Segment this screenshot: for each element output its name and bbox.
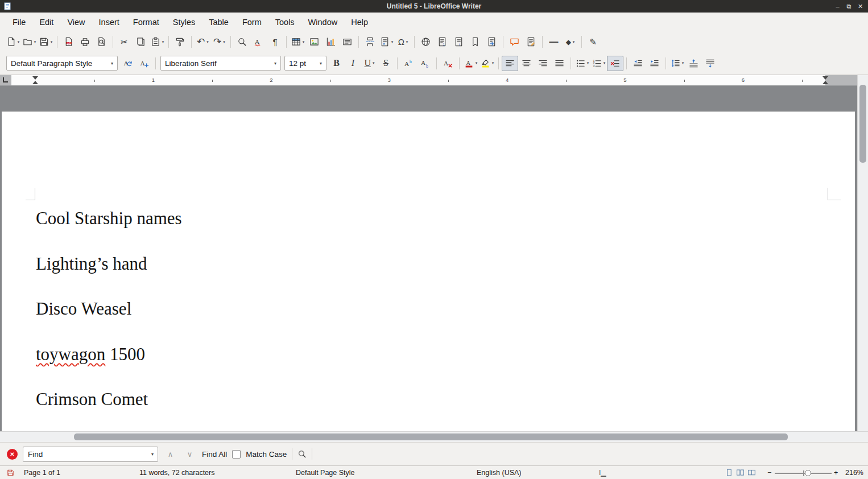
multi-page-view-icon[interactable] [736, 468, 745, 477]
ruler[interactable]: 123456 [0, 75, 857, 86]
book-view-icon[interactable] [747, 468, 756, 477]
match-case-label[interactable]: Match Case [246, 450, 287, 459]
zoom-in-button[interactable]: + [834, 469, 838, 477]
zoom-out-button[interactable]: − [767, 469, 771, 477]
find-and-replace-button[interactable] [234, 34, 250, 49]
insert-horizontal-line-button[interactable]: — [545, 34, 562, 49]
clear-formatting-button[interactable] [440, 56, 456, 71]
menu-table[interactable]: Table [202, 15, 235, 30]
paste-dropdown-arrow[interactable]: ▾ [162, 40, 164, 44]
menu-insert[interactable]: Insert [92, 15, 126, 30]
find-previous-button[interactable]: ∧ [163, 447, 177, 461]
ordered-list-dropdown-arrow[interactable]: ▾ [604, 61, 606, 65]
insert-field-dropdown-arrow[interactable]: ▾ [391, 40, 394, 44]
minimize-button[interactable]: – [833, 2, 842, 11]
ruler-text-area[interactable] [11, 75, 825, 85]
new-document-dropdown-arrow[interactable]: ▾ [18, 40, 20, 44]
undo-button[interactable]: ↶▾ [195, 34, 211, 49]
horizontal-scrollbar[interactable] [0, 431, 868, 442]
close-button[interactable]: ✕ [855, 2, 865, 11]
underline-button[interactable]: U▾ [361, 56, 378, 71]
insert-field-button[interactable]: ▾ [378, 34, 395, 49]
decrease-paragraph-spacing-button[interactable] [702, 56, 718, 71]
decrease-indent-button[interactable] [630, 56, 646, 71]
font-size-combo[interactable]: 12 pt▾ [284, 56, 326, 71]
align-right-button[interactable] [535, 56, 551, 71]
save-button[interactable]: ▾ [38, 34, 54, 49]
paragraph-style-combo[interactable]: Default Paragraph Style▾ [6, 56, 118, 71]
menu-window[interactable]: Window [301, 15, 345, 30]
basic-shapes-button[interactable]: ◆▾ [562, 34, 578, 49]
single-page-view-icon[interactable] [725, 468, 733, 477]
unordered-list-button[interactable]: ▾ [574, 56, 590, 71]
match-case-checkbox[interactable] [232, 450, 241, 459]
indent-marker-left[interactable] [32, 76, 38, 84]
tab-stop-selector-icon[interactable] [3, 77, 8, 82]
find-history-dropdown-arrow[interactable]: ▾ [149, 452, 156, 457]
insert-image-button[interactable] [306, 34, 323, 49]
menu-format[interactable]: Format [126, 15, 166, 30]
insert-chart-button[interactable] [323, 34, 339, 49]
font-color-button[interactable]: ▾ [462, 56, 479, 71]
menu-form[interactable]: Form [235, 15, 268, 30]
menu-file[interactable]: File [6, 15, 32, 30]
insert-bookmark-button[interactable] [467, 34, 483, 49]
menu-help[interactable]: Help [344, 15, 375, 30]
insert-hyperlink-button[interactable] [418, 34, 434, 49]
horizontal-scrollbar-thumb[interactable] [74, 433, 788, 440]
insert-comment-button[interactable] [506, 34, 523, 49]
menu-view[interactable]: View [60, 15, 92, 30]
indent-marker-right[interactable] [822, 76, 828, 84]
undo-dropdown-arrow[interactable]: ▾ [206, 40, 209, 44]
insert-special-character-dropdown-arrow[interactable]: ▾ [406, 40, 408, 44]
page-count[interactable]: Page 1 of 1 [24, 469, 60, 477]
save-dropdown-arrow[interactable]: ▾ [51, 40, 53, 44]
increase-paragraph-spacing-button[interactable] [685, 56, 702, 71]
insert-endnote-button[interactable] [450, 34, 467, 49]
open-button[interactable]: ▾ [21, 34, 38, 49]
justify-button[interactable] [551, 56, 568, 71]
menu-styles[interactable]: Styles [166, 15, 202, 30]
basic-shapes-dropdown-arrow[interactable]: ▾ [573, 40, 575, 44]
insert-cross-reference-button[interactable] [483, 34, 500, 49]
line-spacing-button[interactable]: ▾ [669, 56, 685, 71]
paragraph-style-dropdown-arrow[interactable]: ▾ [111, 61, 113, 66]
paste-button[interactable]: ▾ [149, 34, 166, 49]
highlight-color-button[interactable]: ▾ [479, 56, 495, 71]
find-input[interactable] [28, 450, 149, 459]
formatting-marks-button[interactable]: ¶ [267, 34, 283, 49]
cut-button[interactable]: ✂ [116, 34, 133, 49]
highlight-color-dropdown-arrow[interactable]: ▾ [492, 61, 494, 65]
word-count[interactable]: 11 words, 72 characters [139, 469, 214, 477]
titlebar[interactable]: Untitled 5 - LibreOffice Writer – ⧉ ✕ [0, 0, 868, 13]
ordered-list-button[interactable]: ▾ [590, 56, 607, 71]
find-all-button[interactable]: Find All [202, 450, 227, 459]
zoom-slider[interactable] [775, 467, 832, 478]
new-style-button[interactable] [136, 56, 152, 71]
redo-dropdown-arrow[interactable]: ▾ [223, 40, 225, 44]
vertical-scrollbar[interactable] [857, 75, 868, 431]
copy-button[interactable] [133, 34, 149, 49]
no-list-button[interactable] [607, 56, 623, 71]
font-name-dropdown-arrow[interactable]: ▾ [274, 61, 276, 66]
superscript-button[interactable] [400, 56, 417, 71]
print-preview-button[interactable] [93, 34, 110, 49]
redo-button[interactable]: ↷▾ [211, 34, 228, 49]
zoom-level[interactable]: 216% [843, 469, 863, 477]
font-name-combo[interactable]: Liberation Serif▾ [160, 56, 281, 71]
align-center-button[interactable] [518, 56, 535, 71]
show-draw-functions-button[interactable]: ✎ [585, 34, 601, 49]
align-left-button[interactable] [502, 56, 518, 71]
bold-button[interactable]: B [328, 56, 345, 71]
print-button[interactable] [77, 34, 93, 49]
spelling-button[interactable] [250, 34, 267, 49]
export-pdf-button[interactable] [60, 34, 77, 49]
insert-table-button[interactable]: ▾ [290, 34, 306, 49]
menu-edit[interactable]: Edit [32, 15, 60, 30]
vertical-scrollbar-thumb[interactable] [859, 85, 866, 163]
selection-mode-icon[interactable]: I▁ [599, 469, 606, 477]
insert-text-box-button[interactable] [339, 34, 356, 49]
zoom-slider-thumb[interactable] [805, 470, 811, 476]
find-next-button[interactable]: ∨ [183, 447, 197, 461]
unordered-list-dropdown-arrow[interactable]: ▾ [587, 61, 589, 65]
